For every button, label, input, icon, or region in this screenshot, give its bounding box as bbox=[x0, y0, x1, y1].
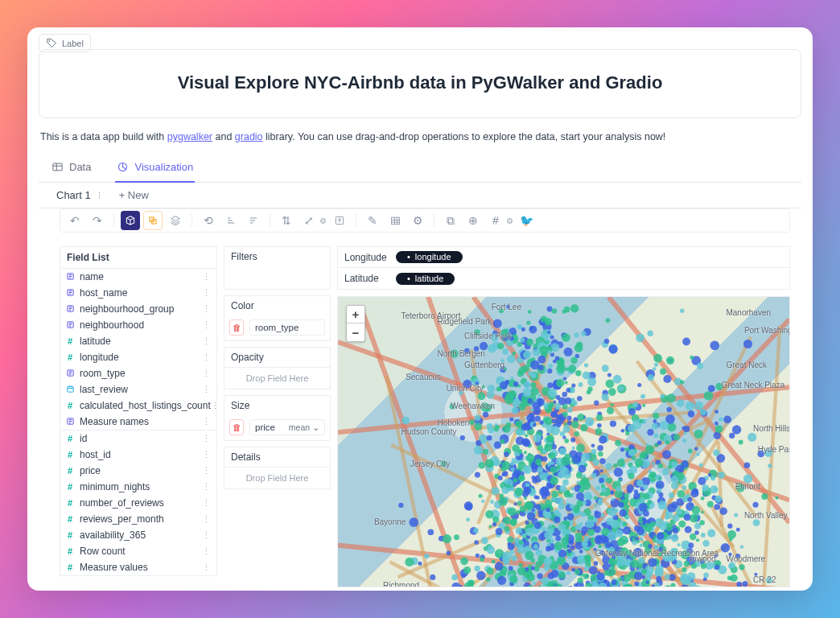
map-place-label: Manorhaven bbox=[726, 308, 771, 317]
field-item[interactable]: #host_id⋮ bbox=[60, 447, 216, 463]
field-menu-button[interactable]: ⋮ bbox=[211, 401, 220, 411]
layers-button[interactable] bbox=[166, 211, 185, 230]
sort-desc-button[interactable] bbox=[244, 211, 263, 230]
svg-point-1320 bbox=[515, 488, 524, 496]
color-field-chip[interactable]: room_type bbox=[249, 319, 325, 336]
svg-point-1594 bbox=[657, 440, 662, 445]
link-gradio[interactable]: gradio bbox=[235, 131, 263, 142]
field-menu-button[interactable]: ⋮ bbox=[202, 369, 212, 379]
field-item[interactable]: room_type⋮ bbox=[60, 365, 216, 381]
svg-point-1660 bbox=[686, 402, 694, 410]
field-menu-button[interactable]: ⋮ bbox=[202, 288, 212, 299]
zoom-in-button[interactable]: + bbox=[347, 306, 364, 323]
tab-visualization[interactable]: Visualization bbox=[115, 154, 195, 183]
field-item[interactable]: #calculated_host_listings_count⋮ bbox=[60, 398, 216, 414]
chevron-down-icon[interactable]: ⋮ bbox=[96, 192, 103, 200]
field-menu-button[interactable]: ⋮ bbox=[202, 530, 212, 541]
field-menu-button[interactable]: ⋮ bbox=[202, 385, 212, 395]
field-menu-button[interactable]: ⋮ bbox=[202, 482, 212, 492]
field-name: neighbourhood_group bbox=[80, 303, 174, 315]
stack-button[interactable] bbox=[143, 211, 163, 230]
brush-button[interactable]: ✎ bbox=[363, 211, 382, 230]
size-shelf[interactable]: Size 🗑 price mean ⌄ bbox=[224, 395, 331, 441]
field-item[interactable]: #latitude⋮ bbox=[60, 333, 216, 349]
field-menu-button[interactable]: ⋮ bbox=[202, 272, 212, 282]
remove-color-field-button[interactable]: 🗑 bbox=[229, 319, 244, 336]
svg-point-99 bbox=[562, 392, 567, 398]
field-item[interactable]: Measure names⋮ bbox=[60, 414, 216, 430]
field-menu-button[interactable]: ⋮ bbox=[202, 562, 212, 573]
field-menu-button[interactable]: ⋮ bbox=[202, 450, 212, 460]
field-item[interactable]: name⋮ bbox=[60, 269, 216, 285]
latitude-shelf[interactable]: Latitude • latitude bbox=[338, 268, 789, 289]
map-canvas[interactable]: Teterboro AirportRidgefield ParkFort Lee… bbox=[337, 296, 790, 587]
table-view-button[interactable] bbox=[385, 211, 405, 230]
field-menu-button[interactable]: ⋮ bbox=[202, 417, 212, 427]
zoom-out-button[interactable]: − bbox=[347, 323, 364, 341]
field-item[interactable]: host_name⋮ bbox=[60, 285, 216, 301]
svg-point-215 bbox=[474, 422, 482, 431]
gear-icon[interactable]: ⚙ bbox=[506, 216, 513, 225]
fit-button[interactable]: ⤢ bbox=[299, 211, 319, 230]
latitude-pill[interactable]: • latitude bbox=[396, 273, 455, 285]
svg-point-557 bbox=[513, 381, 518, 386]
svg-point-1949 bbox=[405, 558, 414, 566]
svg-point-1375 bbox=[656, 480, 665, 489]
settings-button[interactable]: ⚙ bbox=[408, 211, 427, 230]
color-shelf[interactable]: Color 🗑 room_type bbox=[224, 295, 331, 341]
field-item[interactable]: neighbourhood_group⋮ bbox=[60, 301, 216, 317]
field-item[interactable]: last_review⋮ bbox=[60, 381, 216, 398]
field-menu-button[interactable]: ⋮ bbox=[202, 320, 212, 331]
size-field-chip[interactable]: price mean ⌄ bbox=[249, 419, 325, 435]
code-button[interactable]: # bbox=[486, 211, 505, 230]
mark-type-button[interactable] bbox=[121, 211, 140, 230]
field-item[interactable]: #reviews_per_month⋮ bbox=[60, 511, 216, 527]
longitude-pill[interactable]: • longitude bbox=[396, 251, 463, 263]
field-menu-button[interactable]: ⋮ bbox=[202, 352, 212, 363]
export-image-button[interactable]: ⧉ bbox=[441, 211, 460, 230]
sort-asc-button[interactable] bbox=[221, 211, 241, 230]
redo-button[interactable]: ↷ bbox=[88, 211, 107, 230]
field-item[interactable]: #Row count⋮ bbox=[60, 543, 216, 559]
refresh-button[interactable]: ⟲ bbox=[199, 211, 218, 230]
ai-button[interactable]: 🐦 bbox=[517, 211, 536, 230]
map-place-label: Fort Lee bbox=[492, 303, 521, 311]
field-menu-button[interactable]: ⋮ bbox=[202, 466, 212, 476]
svg-point-1538 bbox=[559, 447, 566, 455]
axis-toggle-button[interactable]: ⇅ bbox=[277, 211, 296, 230]
field-menu-button[interactable]: ⋮ bbox=[202, 434, 212, 444]
field-item[interactable]: #minimum_nights⋮ bbox=[60, 479, 216, 495]
svg-point-1428 bbox=[603, 562, 611, 571]
geo-button[interactable] bbox=[330, 211, 349, 230]
filters-shelf[interactable]: Filters bbox=[224, 246, 331, 290]
svg-point-604 bbox=[568, 365, 576, 373]
link-pygwalker[interactable]: pygwalker bbox=[167, 131, 212, 142]
field-item[interactable]: #number_of_reviews⋮ bbox=[60, 495, 216, 511]
new-chart-button[interactable]: + New bbox=[111, 183, 157, 208]
field-menu-button[interactable]: ⋮ bbox=[202, 514, 212, 525]
gear-icon[interactable]: ⚙ bbox=[319, 216, 327, 225]
field-item[interactable]: #price⋮ bbox=[60, 463, 216, 479]
undo-button[interactable]: ↶ bbox=[65, 211, 84, 230]
field-menu-button[interactable]: ⋮ bbox=[202, 498, 212, 509]
opacity-shelf[interactable]: Opacity Drop Field Here bbox=[224, 347, 331, 389]
field-item[interactable]: #availability_365⋮ bbox=[60, 527, 216, 543]
label-button[interactable]: Label bbox=[39, 34, 91, 52]
add-button[interactable]: ⊕ bbox=[463, 211, 483, 230]
tab-data[interactable]: Data bbox=[50, 154, 93, 183]
field-menu-button[interactable]: ⋮ bbox=[202, 336, 212, 347]
details-shelf[interactable]: Details Drop Field Here bbox=[224, 447, 331, 489]
svg-point-1477 bbox=[637, 383, 641, 387]
field-item[interactable]: #Measure values⋮ bbox=[60, 559, 216, 575]
remove-size-field-button[interactable]: 🗑 bbox=[229, 419, 244, 435]
field-item[interactable]: neighbourhood⋮ bbox=[60, 317, 216, 333]
longitude-shelf[interactable]: Longitude • longitude bbox=[338, 247, 789, 268]
field-menu-button[interactable]: ⋮ bbox=[202, 304, 212, 315]
svg-point-1684 bbox=[714, 565, 720, 571]
field-menu-button[interactable]: ⋮ bbox=[202, 546, 212, 557]
svg-point-502 bbox=[548, 389, 557, 398]
field-item[interactable]: #longitude⋮ bbox=[60, 349, 216, 365]
svg-point-405 bbox=[564, 348, 573, 356]
field-item[interactable]: #id⋮ bbox=[60, 431, 216, 447]
chart-tab-1[interactable]: Chart 1 ⋮ bbox=[48, 183, 111, 208]
